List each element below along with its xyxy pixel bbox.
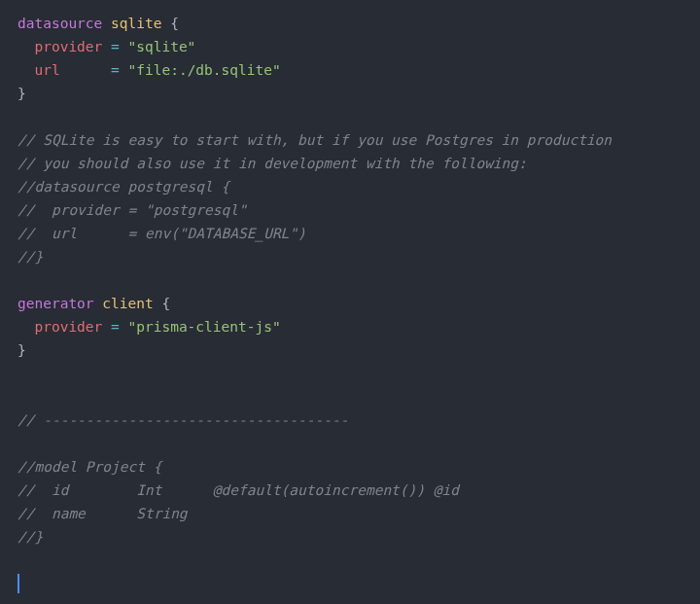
comment: // id Int @default(autoincrement()) @id bbox=[18, 482, 459, 498]
code-line: // id Int @default(autoincrement()) @id bbox=[18, 479, 682, 502]
comment: // SQLite is easy to start with, but if … bbox=[18, 132, 612, 148]
brace: { bbox=[170, 16, 179, 31]
code-line bbox=[18, 385, 682, 409]
code-line: generator client { bbox=[18, 292, 682, 315]
keyword: generator bbox=[18, 296, 94, 311]
comment: // ------------------------------------ bbox=[18, 412, 348, 428]
code-line: provider = "prisma-client-js" bbox=[18, 315, 682, 338]
code-line: // url = env("DATABASE_URL") bbox=[18, 222, 682, 245]
code-line bbox=[18, 432, 682, 455]
code-line: //model Project { bbox=[18, 455, 682, 479]
code-line bbox=[18, 105, 682, 128]
property: provider bbox=[34, 319, 102, 335]
code-line: //} bbox=[18, 525, 682, 549]
code-line bbox=[18, 549, 682, 572]
code-line bbox=[18, 362, 682, 385]
identifier: client bbox=[102, 296, 153, 311]
operator: = bbox=[111, 319, 120, 335]
comment: // provider = "postgresql" bbox=[18, 202, 247, 218]
code-editor[interactable]: datasource sqlite { provider = "sqlite" … bbox=[18, 12, 682, 595]
string: "prisma-client-js" bbox=[128, 319, 281, 335]
comment: //} bbox=[18, 249, 43, 265]
brace: } bbox=[18, 86, 26, 101]
code-line: datasource sqlite { bbox=[18, 12, 682, 35]
comment: // url = env("DATABASE_URL") bbox=[18, 226, 306, 241]
code-line: //datasource postgresql { bbox=[18, 175, 682, 198]
code-line: // name String bbox=[18, 502, 682, 525]
code-line: } bbox=[18, 338, 682, 362]
operator: = bbox=[111, 39, 120, 54]
code-line: //} bbox=[18, 245, 682, 268]
code-line: // SQLite is easy to start with, but if … bbox=[18, 128, 682, 152]
string: "sqlite" bbox=[128, 39, 196, 54]
identifier: sqlite bbox=[111, 16, 161, 31]
comment: //datasource postgresql { bbox=[18, 179, 229, 195]
code-line: // ------------------------------------ bbox=[18, 409, 682, 432]
comment: //} bbox=[18, 529, 43, 545]
property: provider bbox=[34, 39, 102, 54]
comment: // you should also use it in development… bbox=[18, 156, 527, 171]
comment: //model Project { bbox=[18, 459, 161, 475]
code-line: // you should also use it in development… bbox=[18, 152, 682, 175]
operator: = bbox=[111, 62, 120, 78]
code-line: provider = "sqlite" bbox=[18, 35, 682, 58]
code-line: // provider = "postgresql" bbox=[18, 198, 682, 222]
code-line bbox=[18, 268, 682, 292]
cursor-icon bbox=[18, 574, 19, 593]
brace: { bbox=[161, 296, 170, 311]
code-line: } bbox=[18, 82, 682, 105]
keyword: datasource bbox=[18, 16, 102, 31]
code-line: url = "file:./db.sqlite" bbox=[18, 58, 682, 82]
comment: // name String bbox=[18, 506, 188, 521]
string: "file:./db.sqlite" bbox=[128, 62, 281, 78]
property: url bbox=[34, 62, 59, 78]
brace: } bbox=[18, 342, 26, 358]
code-line bbox=[18, 572, 682, 595]
